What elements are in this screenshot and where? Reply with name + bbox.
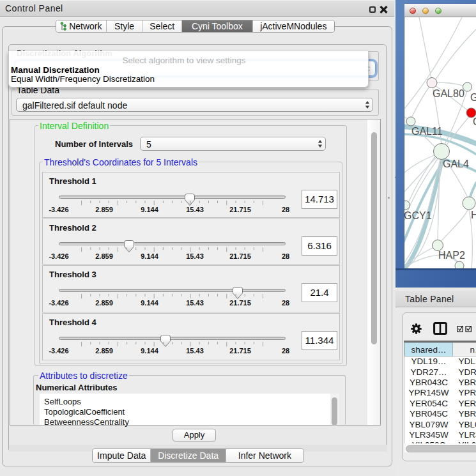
svg-text:GCY1: GCY1 bbox=[404, 210, 432, 221]
svg-text:C: C bbox=[473, 116, 476, 127]
svg-text:HIS: HIS bbox=[471, 210, 476, 220]
svg-text:GAL11: GAL11 bbox=[411, 126, 443, 137]
svg-text:GAL4: GAL4 bbox=[443, 158, 469, 169]
svg-text:GAL: GAL bbox=[470, 92, 476, 103]
svg-text:HAP2: HAP2 bbox=[438, 250, 465, 261]
svg-text:GAL80: GAL80 bbox=[433, 88, 464, 99]
